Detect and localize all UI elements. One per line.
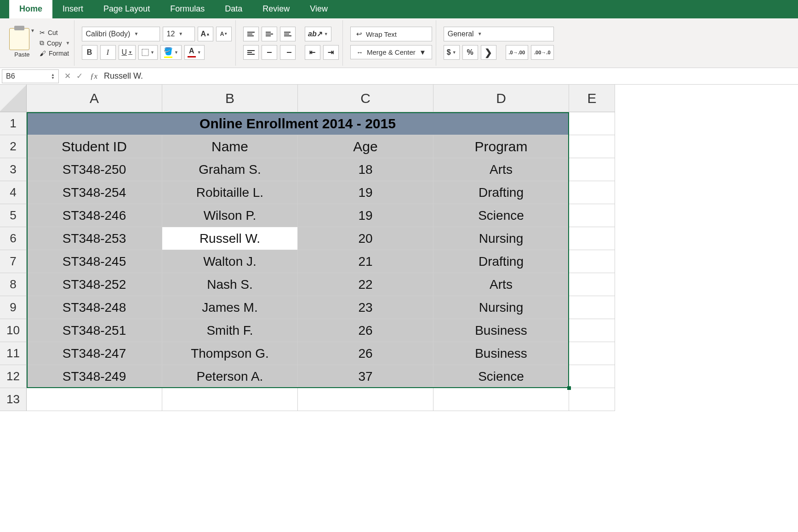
chevron-down-icon[interactable]: ▼ bbox=[30, 28, 35, 33]
cell-e11[interactable] bbox=[569, 342, 615, 365]
align-left-button[interactable] bbox=[243, 45, 259, 60]
cell-e5[interactable] bbox=[569, 204, 615, 227]
cell-e1[interactable] bbox=[569, 112, 615, 135]
cell-b9[interactable]: James M. bbox=[162, 296, 298, 319]
tab-formulas[interactable]: Formulas bbox=[160, 0, 215, 18]
cell-e4[interactable] bbox=[569, 181, 615, 204]
align-right-button[interactable] bbox=[280, 45, 296, 60]
increase-decimal-button[interactable]: .0→.00 bbox=[506, 45, 528, 60]
orientation-button[interactable]: ab↗▼ bbox=[305, 27, 331, 41]
font-color-button[interactable]: A ▼ bbox=[184, 45, 205, 60]
cell-c10[interactable]: 26 bbox=[298, 319, 433, 342]
formula-input[interactable]: Russell W. bbox=[102, 71, 798, 81]
copy-button[interactable]: ⧉ Copy ▼ bbox=[40, 39, 70, 47]
cell-d11[interactable]: Business bbox=[433, 342, 569, 365]
cell-a10[interactable]: ST348-251 bbox=[27, 319, 162, 342]
cell-e13[interactable] bbox=[569, 388, 615, 411]
cell-a5[interactable]: ST348-246 bbox=[27, 204, 162, 227]
fill-color-button[interactable]: 🪣 ▼ bbox=[160, 45, 182, 60]
cell-b11[interactable]: Thompson G. bbox=[162, 342, 298, 365]
cell-e8[interactable] bbox=[569, 273, 615, 296]
cell-c5[interactable]: 19 bbox=[298, 204, 433, 227]
name-box-spinner[interactable]: ▲▼ bbox=[51, 73, 55, 80]
row-header-3[interactable]: 3 bbox=[0, 158, 27, 181]
decrease-decimal-button[interactable]: .00→.0 bbox=[531, 45, 553, 60]
row-header-11[interactable]: 11 bbox=[0, 342, 27, 365]
cell-d5[interactable]: Science bbox=[433, 204, 569, 227]
tab-home[interactable]: Home bbox=[9, 0, 52, 18]
cell-b4[interactable]: Robitaille L. bbox=[162, 181, 298, 204]
cell-d9[interactable]: Nursing bbox=[433, 296, 569, 319]
col-header-c[interactable]: C bbox=[298, 85, 433, 112]
cell-c3[interactable]: 18 bbox=[298, 158, 433, 181]
cell-d13[interactable] bbox=[433, 388, 569, 411]
confirm-button[interactable]: ✓ bbox=[74, 71, 86, 81]
row-header-1[interactable]: 1 bbox=[0, 112, 27, 135]
tab-view[interactable]: View bbox=[300, 0, 338, 18]
cell-a2[interactable]: Student ID bbox=[27, 135, 162, 158]
cell-e6[interactable] bbox=[569, 227, 615, 250]
cell-d3[interactable]: Arts bbox=[433, 158, 569, 181]
underline-button[interactable]: U▼ bbox=[119, 45, 136, 60]
cell-c8[interactable]: 22 bbox=[298, 273, 433, 296]
paste-button[interactable]: ▼ bbox=[9, 28, 35, 50]
align-center-button[interactable] bbox=[262, 45, 277, 60]
row-header-2[interactable]: 2 bbox=[0, 135, 27, 158]
cell-d12[interactable]: Science bbox=[433, 365, 569, 388]
cell-b13[interactable] bbox=[162, 388, 298, 411]
cell-a9[interactable]: ST348-248 bbox=[27, 296, 162, 319]
align-top-button[interactable] bbox=[243, 27, 259, 41]
cell-d8[interactable]: Arts bbox=[433, 273, 569, 296]
merge-center-button[interactable]: ↔ Merge & Center ▼ bbox=[350, 45, 432, 59]
cell-b6[interactable]: Russell W. bbox=[162, 227, 298, 250]
font-name-select[interactable]: Calibri (Body) ▼ bbox=[82, 27, 160, 41]
decrease-font-button[interactable]: A▼ bbox=[216, 27, 232, 41]
row-header-5[interactable]: 5 bbox=[0, 204, 27, 227]
cell-c6[interactable]: 20 bbox=[298, 227, 433, 250]
row-header-12[interactable]: 12 bbox=[0, 365, 27, 388]
row-header-8[interactable]: 8 bbox=[0, 273, 27, 296]
increase-indent-button[interactable]: ⇥ bbox=[323, 45, 339, 60]
wrap-text-button[interactable]: ↩ Wrap Text bbox=[350, 27, 432, 41]
row-header-4[interactable]: 4 bbox=[0, 181, 27, 204]
col-header-d[interactable]: D bbox=[433, 85, 569, 112]
col-header-b[interactable]: B bbox=[162, 85, 298, 112]
tab-page-layout[interactable]: Page Layout bbox=[93, 0, 160, 18]
cell-a7[interactable]: ST348-245 bbox=[27, 250, 162, 273]
cell-a4[interactable]: ST348-254 bbox=[27, 181, 162, 204]
row-header-9[interactable]: 9 bbox=[0, 296, 27, 319]
cell-c4[interactable]: 19 bbox=[298, 181, 433, 204]
cell-e9[interactable] bbox=[569, 296, 615, 319]
borders-button[interactable]: ▼ bbox=[138, 45, 158, 60]
cell-c12[interactable]: 37 bbox=[298, 365, 433, 388]
row-header-7[interactable]: 7 bbox=[0, 250, 27, 273]
comma-style-button[interactable]: ❯ bbox=[481, 45, 496, 60]
percent-button[interactable]: % bbox=[462, 45, 478, 60]
cell-b5[interactable]: Wilson P. bbox=[162, 204, 298, 227]
font-size-select[interactable]: 12 ▼ bbox=[163, 27, 195, 41]
cell-e12[interactable] bbox=[569, 365, 615, 388]
cell-b8[interactable]: Nash S. bbox=[162, 273, 298, 296]
cell-a1-title[interactable]: Online Enrollment 2014 - 2015 bbox=[27, 112, 569, 135]
cell-d6[interactable]: Nursing bbox=[433, 227, 569, 250]
cell-e10[interactable] bbox=[569, 319, 615, 342]
cell-a3[interactable]: ST348-250 bbox=[27, 158, 162, 181]
row-header-6[interactable]: 6 bbox=[0, 227, 27, 250]
cell-a13[interactable] bbox=[27, 388, 162, 411]
chevron-down-icon[interactable]: ▼ bbox=[66, 40, 70, 46]
cell-d2[interactable]: Program bbox=[433, 135, 569, 158]
cell-a8[interactable]: ST348-252 bbox=[27, 273, 162, 296]
cell-e3[interactable] bbox=[569, 158, 615, 181]
tab-insert[interactable]: Insert bbox=[52, 0, 93, 18]
cell-a6[interactable]: ST348-253 bbox=[27, 227, 162, 250]
cell-c9[interactable]: 23 bbox=[298, 296, 433, 319]
cell-a12[interactable]: ST348-249 bbox=[27, 365, 162, 388]
cell-a11[interactable]: ST348-247 bbox=[27, 342, 162, 365]
tab-data[interactable]: Data bbox=[215, 0, 252, 18]
cell-c11[interactable]: 26 bbox=[298, 342, 433, 365]
cell-d4[interactable]: Drafting bbox=[433, 181, 569, 204]
row-header-13[interactable]: 13 bbox=[0, 388, 27, 411]
cell-c7[interactable]: 21 bbox=[298, 250, 433, 273]
cell-b2[interactable]: Name bbox=[162, 135, 298, 158]
increase-font-button[interactable]: A▲ bbox=[198, 27, 213, 41]
